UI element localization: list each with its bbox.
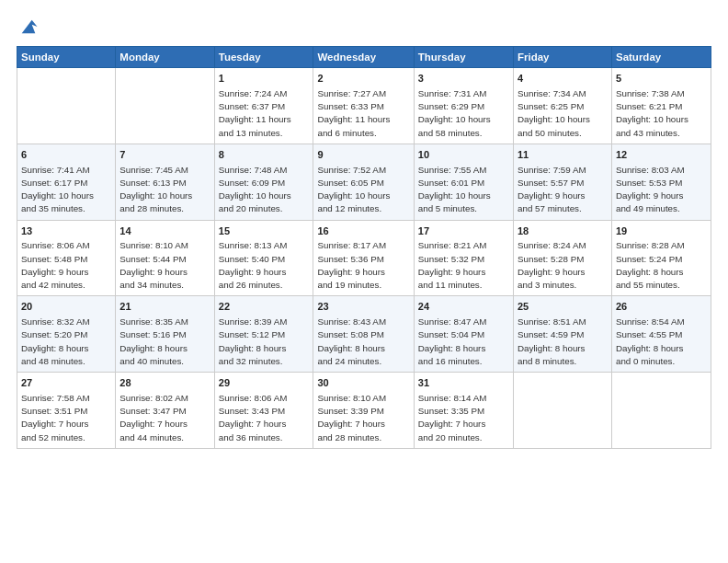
day-cell: 29Sunrise: 8:06 AM Sunset: 3:43 PM Dayli… [214,373,313,449]
day-info: Sunrise: 8:39 AM Sunset: 5:12 PM Dayligh… [219,316,310,368]
day-number: 2 [317,72,409,86]
day-cell [611,373,711,449]
day-number: 5 [616,72,707,86]
day-cell: 31Sunrise: 8:14 AM Sunset: 3:35 PM Dayli… [414,373,513,449]
day-info: Sunrise: 8:17 AM Sunset: 5:36 PM Dayligh… [317,239,409,292]
day-info: Sunrise: 7:41 AM Sunset: 6:17 PM Dayligh… [21,164,111,216]
day-cell: 12Sunrise: 8:03 AM Sunset: 5:53 PM Dayli… [611,144,711,220]
day-info: Sunrise: 7:24 AM Sunset: 6:37 PM Dayligh… [219,87,310,140]
week-row-2: 6Sunrise: 7:41 AM Sunset: 6:17 PM Daylig… [17,144,711,220]
day-info: Sunrise: 7:38 AM Sunset: 6:21 PM Dayligh… [616,87,707,140]
day-number: 30 [317,376,409,391]
day-info: Sunrise: 7:34 AM Sunset: 6:25 PM Dayligh… [518,87,608,140]
day-number: 13 [21,224,111,239]
day-info: Sunrise: 8:54 AM Sunset: 4:55 PM Dayligh… [616,316,707,368]
weekday-header-thursday: Thursday [414,47,513,68]
day-cell: 10Sunrise: 7:55 AM Sunset: 6:01 PM Dayli… [414,144,513,220]
day-cell: 24Sunrise: 8:47 AM Sunset: 5:04 PM Dayli… [414,296,513,373]
day-cell [116,68,214,144]
day-cell: 4Sunrise: 7:34 AM Sunset: 6:25 PM Daylig… [513,68,611,144]
day-number: 1 [219,72,310,86]
day-cell: 14Sunrise: 8:10 AM Sunset: 5:44 PM Dayli… [116,220,214,296]
week-row-3: 13Sunrise: 8:06 AM Sunset: 5:48 PM Dayli… [17,220,711,296]
day-cell: 23Sunrise: 8:43 AM Sunset: 5:08 PM Dayli… [313,296,414,373]
day-cell: 7Sunrise: 7:45 AM Sunset: 6:13 PM Daylig… [116,144,214,220]
day-info: Sunrise: 7:31 AM Sunset: 6:29 PM Dayligh… [418,87,509,140]
day-cell: 17Sunrise: 8:21 AM Sunset: 5:32 PM Dayli… [414,220,513,296]
day-number: 25 [518,300,608,315]
day-cell: 1Sunrise: 7:24 AM Sunset: 6:37 PM Daylig… [214,68,313,144]
day-cell [17,68,116,144]
day-cell: 25Sunrise: 8:51 AM Sunset: 4:59 PM Dayli… [513,296,611,373]
day-number: 16 [317,224,409,239]
day-cell [513,373,611,449]
logo-icon [18,17,39,37]
day-number: 28 [119,376,210,391]
logo [17,17,39,37]
weekday-header-tuesday: Tuesday [214,47,313,68]
day-number: 26 [616,300,707,315]
day-cell: 16Sunrise: 8:17 AM Sunset: 5:36 PM Dayli… [313,220,414,296]
day-info: Sunrise: 8:47 AM Sunset: 5:04 PM Dayligh… [418,316,509,368]
day-info: Sunrise: 8:43 AM Sunset: 5:08 PM Dayligh… [317,316,409,368]
week-row-1: 1Sunrise: 7:24 AM Sunset: 6:37 PM Daylig… [17,68,711,144]
weekday-header-wednesday: Wednesday [313,47,414,68]
day-number: 6 [21,148,111,163]
header [17,17,711,37]
day-cell: 13Sunrise: 8:06 AM Sunset: 5:48 PM Dayli… [17,220,116,296]
day-cell: 9Sunrise: 7:52 AM Sunset: 6:05 PM Daylig… [313,144,414,220]
day-number: 22 [219,300,310,315]
day-info: Sunrise: 8:06 AM Sunset: 5:48 PM Dayligh… [21,239,111,292]
day-cell: 27Sunrise: 7:58 AM Sunset: 3:51 PM Dayli… [17,373,116,449]
weekday-header-friday: Friday [513,47,611,68]
day-info: Sunrise: 7:52 AM Sunset: 6:05 PM Dayligh… [317,164,409,216]
day-number: 4 [518,72,608,86]
day-cell: 3Sunrise: 7:31 AM Sunset: 6:29 PM Daylig… [414,68,513,144]
day-info: Sunrise: 7:45 AM Sunset: 6:13 PM Dayligh… [119,164,210,216]
day-number: 7 [119,148,210,163]
day-number: 11 [518,148,608,163]
day-number: 14 [119,224,210,239]
day-info: Sunrise: 8:21 AM Sunset: 5:32 PM Dayligh… [418,239,509,292]
day-info: Sunrise: 8:35 AM Sunset: 5:16 PM Dayligh… [119,316,210,368]
weekday-header-monday: Monday [116,47,214,68]
day-number: 27 [21,376,111,391]
weekday-header-saturday: Saturday [611,47,711,68]
day-cell: 15Sunrise: 8:13 AM Sunset: 5:40 PM Dayli… [214,220,313,296]
day-number: 3 [418,72,509,86]
day-number: 31 [418,376,509,391]
day-number: 19 [616,224,707,239]
day-cell: 11Sunrise: 7:59 AM Sunset: 5:57 PM Dayli… [513,144,611,220]
week-row-5: 27Sunrise: 7:58 AM Sunset: 3:51 PM Dayli… [17,373,711,449]
day-cell: 2Sunrise: 7:27 AM Sunset: 6:33 PM Daylig… [313,68,414,144]
day-number: 24 [418,300,509,315]
day-info: Sunrise: 8:10 AM Sunset: 3:39 PM Dayligh… [317,392,409,444]
weekday-header-sunday: Sunday [17,47,116,68]
calendar-table: SundayMondayTuesdayWednesdayThursdayFrid… [17,46,711,449]
day-info: Sunrise: 8:28 AM Sunset: 5:24 PM Dayligh… [616,239,707,292]
day-number: 12 [616,148,707,163]
day-info: Sunrise: 7:59 AM Sunset: 5:57 PM Dayligh… [518,164,608,216]
svg-marker-0 [22,20,38,34]
day-cell: 8Sunrise: 7:48 AM Sunset: 6:09 PM Daylig… [214,144,313,220]
day-cell: 18Sunrise: 8:24 AM Sunset: 5:28 PM Dayli… [513,220,611,296]
day-number: 17 [418,224,509,239]
day-cell: 21Sunrise: 8:35 AM Sunset: 5:16 PM Dayli… [116,296,214,373]
day-number: 15 [219,224,310,239]
day-number: 10 [418,148,509,163]
day-cell: 26Sunrise: 8:54 AM Sunset: 4:55 PM Dayli… [611,296,711,373]
week-row-4: 20Sunrise: 8:32 AM Sunset: 5:20 PM Dayli… [17,296,711,373]
day-info: Sunrise: 8:24 AM Sunset: 5:28 PM Dayligh… [518,239,608,292]
day-number: 20 [21,300,111,315]
weekday-header-row: SundayMondayTuesdayWednesdayThursdayFrid… [17,47,711,68]
day-number: 18 [518,224,608,239]
day-info: Sunrise: 7:27 AM Sunset: 6:33 PM Dayligh… [317,87,409,140]
day-info: Sunrise: 7:58 AM Sunset: 3:51 PM Dayligh… [21,392,111,444]
day-info: Sunrise: 7:55 AM Sunset: 6:01 PM Dayligh… [418,164,509,216]
page: SundayMondayTuesdayWednesdayThursdayFrid… [0,0,728,563]
day-info: Sunrise: 8:03 AM Sunset: 5:53 PM Dayligh… [616,164,707,216]
day-cell: 30Sunrise: 8:10 AM Sunset: 3:39 PM Dayli… [313,373,414,449]
day-info: Sunrise: 8:02 AM Sunset: 3:47 PM Dayligh… [119,392,210,444]
day-cell: 5Sunrise: 7:38 AM Sunset: 6:21 PM Daylig… [611,68,711,144]
day-number: 21 [119,300,210,315]
